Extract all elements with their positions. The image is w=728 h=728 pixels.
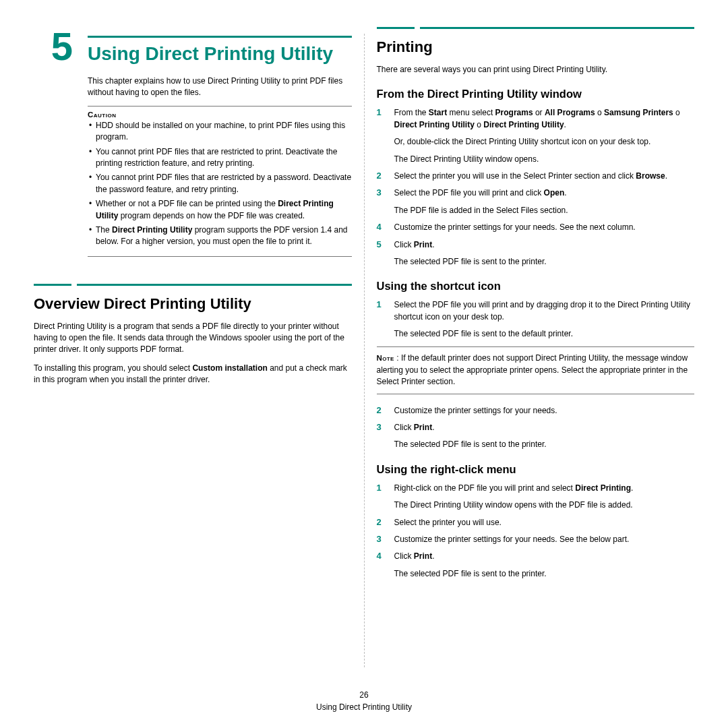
intro-block: This chapter explains how to use Direct … xyxy=(34,75,352,257)
caution-item: Whether or not a PDF file can be printed… xyxy=(88,198,352,222)
step-item: 3Click Print.The selected PDF file is se… xyxy=(377,422,695,451)
caution-box: Caution HDD should be installed on your … xyxy=(88,106,352,257)
printing-intro: There are several ways you can print usi… xyxy=(377,64,695,75)
sub1-steps: 1From the Start menu select Programs or … xyxy=(377,107,695,268)
step-text: Select the PDF file you will print and b… xyxy=(394,299,695,340)
caution-label: Caution xyxy=(88,111,352,119)
step-item: 1From the Start menu select Programs or … xyxy=(377,107,695,165)
step-number: 1 xyxy=(377,107,386,165)
step-text: Click Print.The selected PDF file is sen… xyxy=(394,551,695,580)
step-number: 3 xyxy=(377,422,386,451)
caution-item: The Direct Printing Utility program supp… xyxy=(88,224,352,248)
step-text: Select the printer you will use in the S… xyxy=(394,171,695,182)
step-number: 4 xyxy=(377,222,386,233)
sub3-heading: Using the right-click menu xyxy=(377,463,695,476)
note-box: Note : If the default printer does not s… xyxy=(377,346,695,394)
sub3-steps: 1Right-click on the PDF file you will pr… xyxy=(377,483,695,580)
page-columns: 5 Using Direct Printing Utility This cha… xyxy=(34,27,694,674)
printing-heading: Printing xyxy=(377,38,695,56)
overview-p2: To installing this program, you should s… xyxy=(34,363,352,386)
step-item: 3Select the PDF file you will print and … xyxy=(377,187,695,216)
step-text: Click Print.The selected PDF file is sen… xyxy=(394,239,695,268)
chapter-number: 5 xyxy=(34,27,88,66)
note-label: Note xyxy=(377,354,394,362)
step-number: 5 xyxy=(377,239,386,268)
step-item: 3Customize the printer settings for your… xyxy=(377,534,695,545)
step-number: 3 xyxy=(377,187,386,216)
step-item: 4Customize the printer settings for your… xyxy=(377,222,695,233)
step-text: Customize the printer settings for your … xyxy=(394,405,695,417)
sub1-heading: From the Direct Printing Utility window xyxy=(377,88,695,100)
chapter-title: Using Direct Printing Utility xyxy=(88,36,352,65)
overview-heading: Overview Direct Printing Utility xyxy=(34,295,352,313)
caution-item: You cannot print PDF files that are rest… xyxy=(88,146,352,170)
step-item: 5Click Print.The selected PDF file is se… xyxy=(377,239,695,268)
step-number: 3 xyxy=(377,534,386,545)
step-item: 2Select the printer you will use in the … xyxy=(377,171,695,182)
step-item: 4Click Print.The selected PDF file is se… xyxy=(377,551,695,580)
chapter-header: 5 Using Direct Printing Utility xyxy=(34,27,352,66)
overview-p1: Direct Printing Utility is a program tha… xyxy=(34,321,352,356)
sub2-heading: Using the shortcut icon xyxy=(377,280,695,293)
step-text: From the Start menu select Programs or A… xyxy=(394,107,695,165)
caution-list: HDD should be installed on your machine,… xyxy=(88,120,352,248)
note-text: If the default printer does not support … xyxy=(377,353,688,386)
sub2-steps-a: 1Select the PDF file you will print and … xyxy=(377,299,695,340)
caution-item: You cannot print PDF files that are rest… xyxy=(88,172,352,195)
step-number: 1 xyxy=(377,299,386,340)
step-text: Customize the printer settings for your … xyxy=(394,534,695,545)
footer-title: Using Direct Printing Utility xyxy=(0,701,728,713)
step-item: 2Customize the printer settings for your… xyxy=(377,405,695,417)
page-number: 26 xyxy=(0,689,728,701)
step-text: Click Print.The selected PDF file is sen… xyxy=(394,422,695,451)
right-column: Printing There are several ways you can … xyxy=(365,27,695,674)
step-text: Select the printer you will use. xyxy=(394,517,695,528)
step-number: 4 xyxy=(377,551,386,580)
section-rule-icon xyxy=(377,27,695,29)
step-item: 1Select the PDF file you will print and … xyxy=(377,299,695,340)
step-number: 2 xyxy=(377,517,386,528)
intro-text: This chapter explains how to use Direct … xyxy=(88,75,352,99)
caution-item: HDD should be installed on your machine,… xyxy=(88,120,352,144)
step-number: 2 xyxy=(377,405,386,417)
section-rule-icon xyxy=(34,284,352,286)
step-text: Right-click on the PDF file you will pri… xyxy=(394,483,695,512)
step-text: Select the PDF file you will print and c… xyxy=(394,187,695,216)
step-number: 2 xyxy=(377,171,386,182)
step-number: 1 xyxy=(377,483,386,512)
step-item: 1Right-click on the PDF file you will pr… xyxy=(377,483,695,512)
sub2-steps-b: 2Customize the printer settings for your… xyxy=(377,405,695,451)
step-item: 2Select the printer you will use. xyxy=(377,517,695,528)
step-text: Customize the printer settings for your … xyxy=(394,222,695,233)
left-column: 5 Using Direct Printing Utility This cha… xyxy=(34,27,364,674)
page-footer: 26 Using Direct Printing Utility xyxy=(0,689,728,713)
